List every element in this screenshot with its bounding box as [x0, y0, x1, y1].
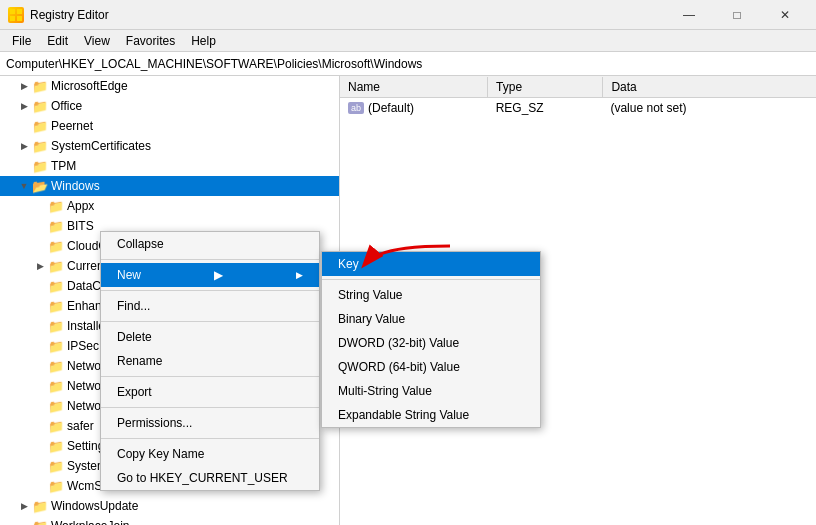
main-content: 📁 MicrosoftEdge 📁 Office 📁 Peernet 📁 Sys…	[0, 76, 816, 525]
ctx-permissions[interactable]: Permissions...	[101, 411, 319, 435]
tree-item-appx[interactable]: 📁 Appx	[0, 196, 339, 216]
sub-stringvalue-label: String Value	[338, 288, 402, 302]
ctx-find-label: Find...	[117, 299, 150, 313]
ctx-new-label: New	[117, 268, 141, 282]
ctx-sep3	[101, 321, 319, 322]
folder-icon-netwo2: 📁	[48, 378, 64, 394]
menu-edit[interactable]: Edit	[39, 32, 76, 50]
folder-icon-cloudco: 📁	[48, 238, 64, 254]
menu-bar: File Edit View Favorites Help	[0, 30, 816, 52]
ctx-rename[interactable]: Rename	[101, 349, 319, 373]
ctx-collapse[interactable]: Collapse	[101, 232, 319, 256]
sub-multistring[interactable]: Multi-String Value	[322, 379, 540, 403]
maximize-button[interactable]: □	[714, 0, 760, 30]
address-bar[interactable]: Computer\HKEY_LOCAL_MACHINE\SOFTWARE\Pol…	[0, 52, 816, 76]
menu-help[interactable]: Help	[183, 32, 224, 50]
folder-icon-systemcerts: 📁	[32, 138, 48, 154]
label-appx: Appx	[67, 199, 339, 213]
col-header-data: Data	[603, 77, 816, 97]
folder-icon-tpm: 📁	[32, 158, 48, 174]
folder-icon-windowsupdate: 📁	[32, 498, 48, 514]
sub-dword[interactable]: DWORD (32-bit) Value	[322, 331, 540, 355]
ab-badge: ab	[348, 102, 364, 114]
sub-binaryvalue[interactable]: Binary Value	[322, 307, 540, 331]
ctx-delete-label: Delete	[117, 330, 152, 344]
tree-item-systemcerts[interactable]: 📁 SystemCertificates	[0, 136, 339, 156]
svg-rect-2	[10, 16, 15, 21]
default-key-label: (Default)	[368, 101, 414, 115]
sub-multistring-label: Multi-String Value	[338, 384, 432, 398]
folder-icon-ipsec: 📁	[48, 338, 64, 354]
folder-icon-peernet: 📁	[32, 118, 48, 134]
ctx-gotohkcu-label: Go to HKEY_CURRENT_USER	[117, 471, 288, 485]
ctx-delete[interactable]: Delete	[101, 325, 319, 349]
folder-icon-appx: 📁	[48, 198, 64, 214]
svg-rect-1	[17, 9, 22, 14]
address-path: Computer\HKEY_LOCAL_MACHINE\SOFTWARE\Pol…	[6, 57, 422, 71]
registry-row-default[interactable]: ab (Default) REG_SZ (value not set)	[340, 98, 816, 118]
context-menu[interactable]: Collapse New ▶ Find... Delete Rename Exp…	[100, 231, 320, 491]
sub-expandable[interactable]: Expandable String Value	[322, 403, 540, 427]
tree-item-peernet[interactable]: 📁 Peernet	[0, 116, 339, 136]
column-headers: Name Type Data	[340, 76, 816, 98]
ctx-find[interactable]: Find...	[101, 294, 319, 318]
menu-view[interactable]: View	[76, 32, 118, 50]
toggle-systemcerts[interactable]	[16, 138, 32, 154]
toggle-office[interactable]	[16, 98, 32, 114]
folder-icon-bits: 📁	[48, 218, 64, 234]
toggle-windowsupdate[interactable]	[16, 498, 32, 514]
folder-icon-enhan: 📁	[48, 298, 64, 314]
svg-rect-3	[17, 16, 22, 21]
ctx-sep4	[101, 376, 319, 377]
label-windows: Windows	[51, 179, 339, 193]
new-submenu[interactable]: Key String Value Binary Value DWORD (32-…	[321, 251, 541, 428]
sub-qword-label: QWORD (64-bit) Value	[338, 360, 460, 374]
folder-icon-safer: 📁	[48, 418, 64, 434]
sub-key-label: Key	[338, 257, 359, 271]
col-header-type: Type	[488, 77, 603, 97]
window-title: Registry Editor	[30, 8, 109, 22]
app-icon	[8, 7, 24, 23]
ctx-new[interactable]: New ▶	[101, 263, 319, 287]
sub-binaryvalue-label: Binary Value	[338, 312, 405, 326]
menu-file[interactable]: File	[4, 32, 39, 50]
close-button[interactable]: ✕	[762, 0, 808, 30]
ctx-permissions-label: Permissions...	[117, 416, 192, 430]
sub-stringvalue[interactable]: String Value	[322, 283, 540, 307]
label-office: Office	[51, 99, 339, 113]
toggle-microsoftedge[interactable]	[16, 78, 32, 94]
toggle-windows[interactable]	[16, 178, 32, 194]
ctx-copykeyname[interactable]: Copy Key Name	[101, 442, 319, 466]
sub-expandable-label: Expandable String Value	[338, 408, 469, 422]
folder-icon-installe: 📁	[48, 318, 64, 334]
tree-item-microsoftedge[interactable]: 📁 MicrosoftEdge	[0, 76, 339, 96]
sub-qword[interactable]: QWORD (64-bit) Value	[322, 355, 540, 379]
folder-icon-system: 📁	[48, 458, 64, 474]
ctx-sep2	[101, 290, 319, 291]
submenu-arrow: ▶	[214, 268, 223, 282]
folder-icon-dataco: 📁	[48, 278, 64, 294]
sub-key[interactable]: Key	[322, 252, 540, 276]
label-systemcerts: SystemCertificates	[51, 139, 339, 153]
ctx-gotohkcu[interactable]: Go to HKEY_CURRENT_USER	[101, 466, 319, 490]
toggle-curren[interactable]	[32, 258, 48, 274]
tree-item-windows[interactable]: 📂 Windows	[0, 176, 339, 196]
title-bar-left: Registry Editor	[8, 7, 109, 23]
folder-icon-microsoftedge: 📁	[32, 78, 48, 94]
ctx-export-label: Export	[117, 385, 152, 399]
tree-item-workplacejoin[interactable]: 📁 WorkplaceJoin	[0, 516, 339, 525]
col-header-name: Name	[340, 77, 488, 97]
menu-favorites[interactable]: Favorites	[118, 32, 183, 50]
label-workplacejoin: WorkplaceJoin	[51, 519, 339, 525]
row-data-default: (value not set)	[602, 99, 816, 117]
ctx-sep1	[101, 259, 319, 260]
folder-icon-netwo3: 📁	[48, 398, 64, 414]
minimize-button[interactable]: —	[666, 0, 712, 30]
tree-item-tpm[interactable]: 📁 TPM	[0, 156, 339, 176]
folder-icon-wcmsvc: 📁	[48, 478, 64, 494]
ctx-export[interactable]: Export	[101, 380, 319, 404]
window-controls: — □ ✕	[666, 0, 808, 30]
tree-item-windowsupdate[interactable]: 📁 WindowsUpdate	[0, 496, 339, 516]
tree-item-office[interactable]: 📁 Office	[0, 96, 339, 116]
ctx-copykeyname-label: Copy Key Name	[117, 447, 204, 461]
